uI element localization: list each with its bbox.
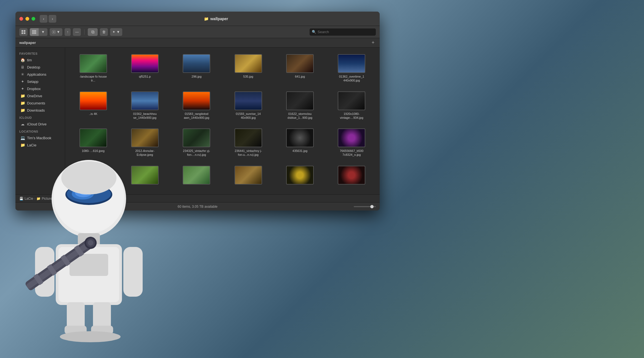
title-folder-icon: 📁 (204, 17, 209, 21)
favorites-label: Favorites (15, 50, 65, 56)
traffic-lights (19, 17, 35, 21)
file-item[interactable]: 766556667_b500 7c8324_o.jpg (328, 126, 375, 159)
file-item[interactable]: 535.jpg (225, 52, 272, 85)
file-item[interactable]: 01593_sunrise_14 40x900.jpg (225, 89, 272, 122)
sidebar-item-tim[interactable]: 🏠 tim (17, 56, 64, 64)
stack-button[interactable]: ⧉ (88, 28, 98, 36)
file-thumbnail (79, 91, 107, 110)
list-view-button[interactable]: ▼ (39, 28, 47, 36)
sidebar-label-icloud: iCloud Drive (27, 122, 47, 126)
file-grid: -landscape fo house tr...qf5251.p296.jpg… (65, 48, 380, 194)
path-bar-title: wallpaper (19, 41, 36, 45)
breadcrumb-pictures[interactable]: 📁 Pictures (36, 197, 54, 201)
file-item[interactable]: 1920x1080- vintage-...934.jpg (328, 89, 375, 122)
macbook-icon: 💻 (20, 136, 25, 140)
file-item[interactable]: 234325_vintazhn yj-fon-...n.ru).jpg (173, 126, 220, 159)
icloud-icon: ☁ (20, 122, 25, 126)
sidebar-item-downloads[interactable]: 📁 Downloads (17, 107, 64, 114)
file-item[interactable]: ..is 4K (70, 89, 117, 122)
locations-label: Locations (15, 128, 65, 134)
status-text: 60 items, 3.05 TB available (178, 205, 218, 209)
file-thumbnail (338, 91, 365, 110)
search-icon: 🔍 (312, 30, 316, 34)
file-item[interactable]: 236441_vintazhny j-fon-u...n.ru).jpg (225, 126, 272, 159)
sidebar-item-dropbox[interactable]: ✦ Dropbox (17, 85, 64, 92)
svg-rect-11 (34, 33, 35, 34)
search-box[interactable]: 🔍 (310, 28, 376, 36)
file-thumbnail (131, 166, 159, 185)
main-content: Favorites 🏠 tim 🖥 Desktop ✳ Applications… (15, 48, 380, 194)
sidebar-item-macbook[interactable]: 💻 Tim's MacBook (17, 134, 64, 141)
file-name: ..is 4K (89, 112, 97, 116)
file-name: 296.jpg (191, 75, 201, 78)
file-item[interactable]: 01562_beachhou se_1440x900.jpg (121, 89, 168, 122)
view-icon-button[interactable] (19, 28, 28, 36)
file-name: 01593_sunrise_14 40x900.jpg (235, 112, 262, 120)
file-name: 2717881428_2612 a20d4e_o.jpg (79, 186, 107, 194)
file-item[interactable]: 435631.jpg (276, 126, 323, 159)
sidebar-item-onedrive[interactable]: 📁 OneDrive (17, 92, 64, 99)
file-item[interactable]: 296.jpg (173, 52, 220, 85)
breadcrumb-wallpaper[interactable]: 📁 wallpaper (57, 197, 76, 201)
sidebar-label-setapp: Setapp (27, 80, 38, 84)
file-item[interactable] (328, 164, 375, 194)
close-button[interactable] (19, 17, 23, 21)
file-item[interactable] (173, 164, 220, 194)
dropbox-button[interactable]: ✦ ▼ (110, 28, 122, 36)
file-item[interactable]: 01362_overtime_1 440x900.jpg (328, 52, 375, 85)
breadcrumb-lacie[interactable]: 💾 LaCie (19, 197, 33, 201)
file-item[interactable]: 01583_rangitotod awn_1440x900.jpg (173, 89, 220, 122)
back-button[interactable]: ‹ (40, 15, 47, 23)
minimize-button[interactable] (25, 17, 29, 21)
file-thumbnail (79, 166, 107, 185)
file-item[interactable]: 01622_stormclou dsblue_1...900.jpg (276, 89, 323, 122)
grid-view-button[interactable] (30, 28, 39, 36)
sidebar-item-documents[interactable]: 📁 Documents (17, 99, 64, 107)
lacie-icon: 📁 (20, 143, 25, 147)
sidebar-item-desktop[interactable]: 🖥 Desktop (17, 64, 64, 71)
sidebar-label-desktop: Desktop (27, 65, 40, 69)
file-thumbnail (183, 91, 210, 110)
size-slider[interactable] (354, 206, 376, 207)
sidebar-item-icloud[interactable]: ☁ iCloud Drive (17, 120, 64, 128)
file-name: 234325_vintazhn yj-fon-...n.ru).jpg (183, 149, 210, 157)
home-icon: 🏠 (20, 58, 25, 62)
forward-button[interactable]: › (49, 15, 56, 23)
file-thumbnail (131, 54, 159, 73)
gear-button[interactable]: ▼ (50, 28, 62, 36)
file-thumbnail (79, 128, 107, 147)
file-thumbnail (235, 54, 262, 73)
title-label: wallpaper (210, 17, 228, 21)
file-item[interactable]: 641.jpg (276, 52, 323, 85)
add-button[interactable]: + (370, 40, 376, 46)
wallpaper-folder-icon: 📁 (57, 197, 61, 201)
dropbox-icon: ✦ (20, 86, 25, 91)
file-thumbnail (183, 128, 210, 147)
svg-rect-5 (34, 30, 35, 31)
sidebar-item-applications[interactable]: ✳ Applications (17, 71, 64, 78)
sidebar-item-lacie[interactable]: 📁 LaCie (17, 141, 64, 149)
file-item[interactable]: 2717881428_2612 a20d4e_o.jpg (70, 164, 117, 194)
file-item[interactable]: 2012-Annular- Eclipse.jpeg (121, 126, 168, 159)
share-button[interactable]: ↑ (65, 28, 71, 36)
search-input[interactable] (318, 30, 374, 34)
file-item[interactable] (276, 164, 323, 194)
slider-thumb (370, 205, 374, 208)
file-item[interactable]: -landscape fo house tr... (70, 52, 117, 85)
file-item[interactable]: 1080- ...616.jpeg (70, 126, 117, 159)
file-item[interactable] (225, 164, 272, 194)
file-thumbnail (286, 54, 314, 73)
file-item[interactable] (121, 164, 168, 194)
documents-icon: 📁 (20, 101, 25, 105)
sidebar-item-setapp[interactable]: ✦ Setapp (17, 78, 64, 85)
svg-rect-7 (32, 31, 33, 33)
trash-button[interactable]: 🗑 (100, 28, 108, 36)
file-name: 01622_stormclou dsblue_1...900.jpg (286, 112, 314, 120)
maximize-button[interactable] (31, 17, 35, 21)
breadcrumb-sep-1: › (34, 197, 35, 201)
file-item[interactable]: qf5251.p (121, 52, 168, 85)
tag-button[interactable]: — (73, 28, 81, 36)
file-thumbnail (131, 128, 159, 147)
file-name: 01583_rangitotod awn_1440x900.jpg (183, 112, 210, 120)
file-thumbnail (338, 128, 365, 147)
